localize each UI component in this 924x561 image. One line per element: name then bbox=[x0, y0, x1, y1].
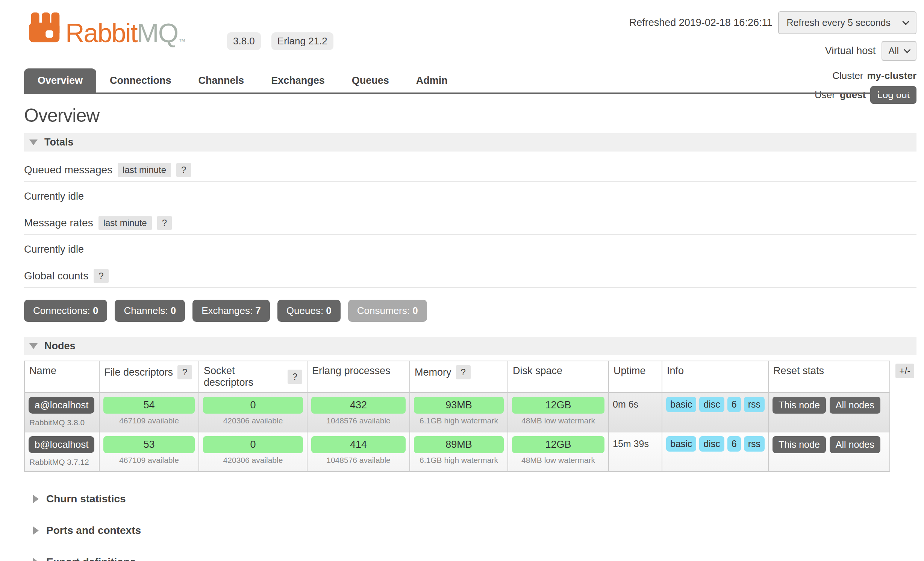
queued-messages-label: Queued messages bbox=[24, 164, 112, 176]
help-icon[interactable]: ? bbox=[176, 163, 191, 177]
channels-count-value: 0 bbox=[171, 305, 176, 316]
metric-value: 414 bbox=[311, 436, 406, 453]
help-icon[interactable]: ? bbox=[157, 216, 172, 230]
nodes-section-header[interactable]: Nodes bbox=[24, 337, 916, 355]
channels-count-button[interactable]: Channels: 0 bbox=[115, 300, 185, 322]
chevron-down-icon bbox=[902, 18, 909, 25]
tab-admin[interactable]: Admin bbox=[403, 68, 461, 92]
queued-rate-window-badge[interactable]: last minute bbox=[118, 163, 171, 177]
churn-statistics-section[interactable]: Churn statistics bbox=[24, 493, 916, 505]
metric-value: 0 bbox=[203, 436, 303, 453]
export-definitions-label: Export definitions bbox=[46, 556, 136, 561]
metric-note: 467109 available bbox=[103, 456, 195, 465]
refresh-interval-value: Refresh every 5 seconds bbox=[786, 17, 891, 28]
message-rates-heading: Message rates last minute ? bbox=[24, 214, 916, 235]
reset-all-nodes-button[interactable]: All nodes bbox=[830, 397, 880, 414]
collapsed-sections: Churn statistics Ports and contexts Expo… bbox=[24, 493, 916, 561]
file-descriptors-cell: 54 467109 available bbox=[99, 393, 199, 432]
virtual-host-label: Virtual host bbox=[825, 45, 876, 57]
global-counts-label: Global counts bbox=[24, 270, 88, 282]
totals-section-header[interactable]: Totals bbox=[24, 133, 916, 152]
metric-note: 6.1GB high watermark bbox=[414, 456, 504, 465]
tab-queues[interactable]: Queues bbox=[338, 68, 403, 92]
info-badge-rss: rss bbox=[744, 436, 765, 452]
reset-this-node-button[interactable]: This node bbox=[773, 436, 826, 453]
help-icon[interactable]: ? bbox=[177, 365, 192, 379]
exchanges-count-label: Exchanges: bbox=[201, 305, 253, 316]
rabbitmq-logo[interactable]: RabbitMQ ™ bbox=[29, 11, 185, 45]
node-version: RabbitMQ 3.8.0 bbox=[29, 418, 95, 427]
page: RabbitMQ ™ 3.8.0 Erlang 21.2 Refreshed 2… bbox=[0, 0, 924, 561]
col-header-name: Name bbox=[24, 361, 99, 393]
channels-count-label: Channels: bbox=[124, 305, 168, 316]
exchanges-count-value: 7 bbox=[255, 305, 261, 316]
logo-wordmark: RabbitMQ bbox=[65, 21, 178, 46]
info-badge-disc: disc bbox=[699, 397, 724, 412]
metric-note: 420306 available bbox=[203, 416, 303, 425]
tab-connections[interactable]: Connections bbox=[96, 68, 185, 92]
info-cell: basic disc 6 rss bbox=[662, 393, 768, 432]
col-header-socket-descriptors: Socket descriptors? bbox=[199, 361, 307, 393]
erlang-processes-cell: 432 1048576 available bbox=[307, 393, 410, 432]
virtual-host-select[interactable]: All bbox=[882, 41, 916, 61]
tab-exchanges[interactable]: Exchanges bbox=[258, 68, 338, 92]
erlang-version-badge: Erlang 21.2 bbox=[271, 32, 333, 50]
node-name-link[interactable]: a@localhost bbox=[29, 397, 94, 414]
refresh-interval-select[interactable]: Refresh every 5 seconds bbox=[778, 11, 916, 34]
uptime-cell: 15m 39s bbox=[609, 432, 662, 472]
socket-descriptors-cell: 0 420306 available bbox=[199, 432, 307, 472]
reset-stats-cell: This node All nodes bbox=[768, 432, 890, 472]
ports-and-contexts-section[interactable]: Ports and contexts bbox=[24, 525, 916, 537]
info-badge-disc: disc bbox=[699, 436, 724, 452]
uptime-cell: 0m 6s bbox=[609, 393, 662, 432]
main-nav: Overview Connections Channels Exchanges … bbox=[24, 68, 916, 94]
tab-channels[interactable]: Channels bbox=[185, 68, 258, 92]
col-header-erlang-processes: Erlang processes bbox=[307, 361, 410, 393]
chevron-down-icon bbox=[904, 46, 910, 53]
triangle-right-icon bbox=[33, 558, 39, 561]
global-count-buttons: Connections: 0 Channels: 0 Exchanges: 7 … bbox=[24, 300, 916, 322]
node-row-b: b@localhost RabbitMQ 3.7.12 53 467109 av… bbox=[24, 432, 890, 472]
trademark-symbol: ™ bbox=[179, 38, 185, 45]
node-name-link[interactable]: b@localhost bbox=[29, 436, 94, 453]
rates-window-badge[interactable]: last minute bbox=[98, 216, 152, 230]
reset-stats-cell: This node All nodes bbox=[768, 393, 890, 432]
metric-value: 89MB bbox=[414, 436, 504, 453]
consumers-count-button[interactable]: Consumers: 0 bbox=[348, 300, 427, 322]
nodes-header-row: Name File descriptors? Socket descriptor… bbox=[24, 361, 890, 393]
reset-this-node-button[interactable]: This node bbox=[773, 397, 826, 414]
export-definitions-section[interactable]: Export definitions bbox=[24, 556, 916, 561]
memory-cell: 89MB 6.1GB high watermark bbox=[410, 432, 508, 472]
queues-count-label: Queues: bbox=[286, 305, 323, 316]
consumers-count-label: Consumers: bbox=[357, 305, 410, 316]
queued-idle-text: Currently idle bbox=[24, 191, 916, 202]
exchanges-count-button[interactable]: Exchanges: 7 bbox=[192, 300, 270, 322]
col-header-reset-stats: Reset stats bbox=[768, 361, 890, 393]
header: RabbitMQ ™ 3.8.0 Erlang 21.2 Refreshed 2… bbox=[24, 0, 916, 94]
nodes-section-label: Nodes bbox=[44, 340, 76, 352]
queues-count-button[interactable]: Queues: 0 bbox=[277, 300, 341, 322]
col-header-uptime: Uptime bbox=[609, 361, 662, 393]
global-counts-heading: Global counts ? bbox=[24, 267, 916, 288]
connections-count-button[interactable]: Connections: 0 bbox=[24, 300, 107, 322]
connections-count-value: 0 bbox=[93, 305, 98, 316]
help-icon[interactable]: ? bbox=[288, 370, 302, 384]
triangle-down-icon bbox=[29, 139, 38, 145]
tab-overview[interactable]: Overview bbox=[24, 68, 96, 92]
help-icon[interactable]: ? bbox=[94, 269, 108, 283]
col-header-memory: Memory? bbox=[410, 361, 508, 393]
metric-value: 12GB bbox=[512, 397, 604, 414]
metric-note: 6.1GB high watermark bbox=[414, 416, 504, 425]
connections-count-label: Connections: bbox=[33, 305, 90, 316]
column-toggle-button[interactable]: +/- bbox=[895, 364, 914, 378]
disk-space-cell: 12GB 48MB low watermark bbox=[508, 432, 609, 472]
reset-all-nodes-button[interactable]: All nodes bbox=[830, 436, 880, 453]
queues-count-value: 0 bbox=[326, 305, 331, 316]
help-icon[interactable]: ? bbox=[456, 365, 471, 379]
metric-value: 54 bbox=[103, 397, 195, 414]
version-badges: 3.8.0 Erlang 21.2 bbox=[227, 32, 333, 50]
churn-statistics-label: Churn statistics bbox=[46, 493, 126, 505]
memory-cell: 93MB 6.1GB high watermark bbox=[410, 393, 508, 432]
nodes-table: Name File descriptors? Socket descriptor… bbox=[24, 361, 890, 472]
message-rates-label: Message rates bbox=[24, 217, 93, 229]
